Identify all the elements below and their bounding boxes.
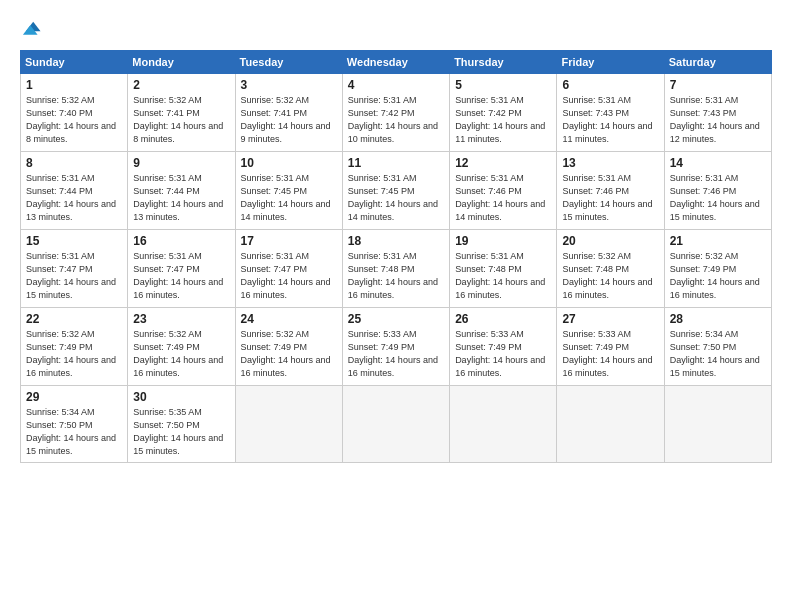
calendar-cell: 23 Sunrise: 5:32 AM Sunset: 7:49 PM Dayl… bbox=[128, 308, 235, 386]
day-number: 1 bbox=[26, 78, 122, 92]
day-number: 26 bbox=[455, 312, 551, 326]
day-number: 16 bbox=[133, 234, 229, 248]
day-number: 4 bbox=[348, 78, 444, 92]
day-detail: Sunrise: 5:32 AM Sunset: 7:40 PM Dayligh… bbox=[26, 94, 122, 146]
calendar-cell: 29 Sunrise: 5:34 AM Sunset: 7:50 PM Dayl… bbox=[21, 386, 128, 463]
day-detail: Sunrise: 5:32 AM Sunset: 7:49 PM Dayligh… bbox=[670, 250, 766, 302]
day-detail: Sunrise: 5:35 AM Sunset: 7:50 PM Dayligh… bbox=[133, 406, 229, 458]
day-number: 8 bbox=[26, 156, 122, 170]
weekday-header: Saturday bbox=[664, 51, 771, 74]
day-number: 22 bbox=[26, 312, 122, 326]
weekday-header: Wednesday bbox=[342, 51, 449, 74]
day-number: 15 bbox=[26, 234, 122, 248]
day-detail: Sunrise: 5:34 AM Sunset: 7:50 PM Dayligh… bbox=[670, 328, 766, 380]
day-number: 28 bbox=[670, 312, 766, 326]
calendar-cell: 20 Sunrise: 5:32 AM Sunset: 7:48 PM Dayl… bbox=[557, 230, 664, 308]
calendar-cell: 8 Sunrise: 5:31 AM Sunset: 7:44 PM Dayli… bbox=[21, 152, 128, 230]
day-detail: Sunrise: 5:32 AM Sunset: 7:49 PM Dayligh… bbox=[241, 328, 337, 380]
calendar-cell: 19 Sunrise: 5:31 AM Sunset: 7:48 PM Dayl… bbox=[450, 230, 557, 308]
calendar-cell: 25 Sunrise: 5:33 AM Sunset: 7:49 PM Dayl… bbox=[342, 308, 449, 386]
day-detail: Sunrise: 5:31 AM Sunset: 7:43 PM Dayligh… bbox=[562, 94, 658, 146]
calendar-cell: 18 Sunrise: 5:31 AM Sunset: 7:48 PM Dayl… bbox=[342, 230, 449, 308]
calendar-cell: 5 Sunrise: 5:31 AM Sunset: 7:42 PM Dayli… bbox=[450, 74, 557, 152]
day-detail: Sunrise: 5:31 AM Sunset: 7:42 PM Dayligh… bbox=[455, 94, 551, 146]
calendar-cell: 21 Sunrise: 5:32 AM Sunset: 7:49 PM Dayl… bbox=[664, 230, 771, 308]
weekday-header: Tuesday bbox=[235, 51, 342, 74]
calendar-cell: 27 Sunrise: 5:33 AM Sunset: 7:49 PM Dayl… bbox=[557, 308, 664, 386]
day-detail: Sunrise: 5:31 AM Sunset: 7:46 PM Dayligh… bbox=[670, 172, 766, 224]
day-number: 27 bbox=[562, 312, 658, 326]
day-number: 6 bbox=[562, 78, 658, 92]
calendar-cell bbox=[450, 386, 557, 463]
day-detail: Sunrise: 5:32 AM Sunset: 7:49 PM Dayligh… bbox=[133, 328, 229, 380]
day-number: 21 bbox=[670, 234, 766, 248]
day-detail: Sunrise: 5:34 AM Sunset: 7:50 PM Dayligh… bbox=[26, 406, 122, 458]
day-detail: Sunrise: 5:31 AM Sunset: 7:45 PM Dayligh… bbox=[241, 172, 337, 224]
day-number: 24 bbox=[241, 312, 337, 326]
day-number: 11 bbox=[348, 156, 444, 170]
day-number: 29 bbox=[26, 390, 122, 404]
page: SundayMondayTuesdayWednesdayThursdayFrid… bbox=[0, 0, 792, 473]
calendar-cell bbox=[664, 386, 771, 463]
calendar-cell: 2 Sunrise: 5:32 AM Sunset: 7:41 PM Dayli… bbox=[128, 74, 235, 152]
day-number: 14 bbox=[670, 156, 766, 170]
day-detail: Sunrise: 5:31 AM Sunset: 7:45 PM Dayligh… bbox=[348, 172, 444, 224]
calendar-cell: 13 Sunrise: 5:31 AM Sunset: 7:46 PM Dayl… bbox=[557, 152, 664, 230]
day-detail: Sunrise: 5:31 AM Sunset: 7:47 PM Dayligh… bbox=[241, 250, 337, 302]
day-number: 12 bbox=[455, 156, 551, 170]
day-number: 19 bbox=[455, 234, 551, 248]
day-detail: Sunrise: 5:32 AM Sunset: 7:41 PM Dayligh… bbox=[133, 94, 229, 146]
day-detail: Sunrise: 5:31 AM Sunset: 7:44 PM Dayligh… bbox=[133, 172, 229, 224]
day-detail: Sunrise: 5:32 AM Sunset: 7:49 PM Dayligh… bbox=[26, 328, 122, 380]
day-detail: Sunrise: 5:33 AM Sunset: 7:49 PM Dayligh… bbox=[348, 328, 444, 380]
calendar-cell bbox=[342, 386, 449, 463]
day-number: 17 bbox=[241, 234, 337, 248]
weekday-header: Sunday bbox=[21, 51, 128, 74]
calendar-week-row: 8 Sunrise: 5:31 AM Sunset: 7:44 PM Dayli… bbox=[21, 152, 772, 230]
weekday-header: Monday bbox=[128, 51, 235, 74]
weekday-header: Friday bbox=[557, 51, 664, 74]
calendar-cell: 11 Sunrise: 5:31 AM Sunset: 7:45 PM Dayl… bbox=[342, 152, 449, 230]
calendar-cell: 4 Sunrise: 5:31 AM Sunset: 7:42 PM Dayli… bbox=[342, 74, 449, 152]
calendar-cell: 24 Sunrise: 5:32 AM Sunset: 7:49 PM Dayl… bbox=[235, 308, 342, 386]
calendar-cell bbox=[235, 386, 342, 463]
day-detail: Sunrise: 5:31 AM Sunset: 7:46 PM Dayligh… bbox=[562, 172, 658, 224]
calendar-cell: 30 Sunrise: 5:35 AM Sunset: 7:50 PM Dayl… bbox=[128, 386, 235, 463]
day-detail: Sunrise: 5:31 AM Sunset: 7:47 PM Dayligh… bbox=[133, 250, 229, 302]
weekday-header-row: SundayMondayTuesdayWednesdayThursdayFrid… bbox=[21, 51, 772, 74]
day-number: 3 bbox=[241, 78, 337, 92]
calendar-cell: 17 Sunrise: 5:31 AM Sunset: 7:47 PM Dayl… bbox=[235, 230, 342, 308]
day-number: 25 bbox=[348, 312, 444, 326]
calendar-cell: 10 Sunrise: 5:31 AM Sunset: 7:45 PM Dayl… bbox=[235, 152, 342, 230]
calendar-table: SundayMondayTuesdayWednesdayThursdayFrid… bbox=[20, 50, 772, 463]
calendar-week-row: 22 Sunrise: 5:32 AM Sunset: 7:49 PM Dayl… bbox=[21, 308, 772, 386]
calendar-cell: 15 Sunrise: 5:31 AM Sunset: 7:47 PM Dayl… bbox=[21, 230, 128, 308]
day-number: 5 bbox=[455, 78, 551, 92]
header bbox=[20, 18, 772, 40]
day-detail: Sunrise: 5:31 AM Sunset: 7:46 PM Dayligh… bbox=[455, 172, 551, 224]
calendar-cell: 7 Sunrise: 5:31 AM Sunset: 7:43 PM Dayli… bbox=[664, 74, 771, 152]
day-detail: Sunrise: 5:33 AM Sunset: 7:49 PM Dayligh… bbox=[455, 328, 551, 380]
logo-icon bbox=[20, 18, 42, 40]
calendar-cell: 16 Sunrise: 5:31 AM Sunset: 7:47 PM Dayl… bbox=[128, 230, 235, 308]
calendar-cell: 9 Sunrise: 5:31 AM Sunset: 7:44 PM Dayli… bbox=[128, 152, 235, 230]
day-number: 18 bbox=[348, 234, 444, 248]
day-detail: Sunrise: 5:33 AM Sunset: 7:49 PM Dayligh… bbox=[562, 328, 658, 380]
calendar-cell: 26 Sunrise: 5:33 AM Sunset: 7:49 PM Dayl… bbox=[450, 308, 557, 386]
calendar-cell: 14 Sunrise: 5:31 AM Sunset: 7:46 PM Dayl… bbox=[664, 152, 771, 230]
day-number: 23 bbox=[133, 312, 229, 326]
calendar-cell: 3 Sunrise: 5:32 AM Sunset: 7:41 PM Dayli… bbox=[235, 74, 342, 152]
weekday-header: Thursday bbox=[450, 51, 557, 74]
day-detail: Sunrise: 5:31 AM Sunset: 7:43 PM Dayligh… bbox=[670, 94, 766, 146]
day-detail: Sunrise: 5:31 AM Sunset: 7:44 PM Dayligh… bbox=[26, 172, 122, 224]
day-detail: Sunrise: 5:31 AM Sunset: 7:48 PM Dayligh… bbox=[455, 250, 551, 302]
day-detail: Sunrise: 5:31 AM Sunset: 7:47 PM Dayligh… bbox=[26, 250, 122, 302]
calendar-cell: 28 Sunrise: 5:34 AM Sunset: 7:50 PM Dayl… bbox=[664, 308, 771, 386]
day-number: 9 bbox=[133, 156, 229, 170]
day-number: 2 bbox=[133, 78, 229, 92]
calendar-cell: 6 Sunrise: 5:31 AM Sunset: 7:43 PM Dayli… bbox=[557, 74, 664, 152]
day-detail: Sunrise: 5:31 AM Sunset: 7:48 PM Dayligh… bbox=[348, 250, 444, 302]
calendar-week-row: 15 Sunrise: 5:31 AM Sunset: 7:47 PM Dayl… bbox=[21, 230, 772, 308]
day-detail: Sunrise: 5:32 AM Sunset: 7:41 PM Dayligh… bbox=[241, 94, 337, 146]
day-number: 20 bbox=[562, 234, 658, 248]
